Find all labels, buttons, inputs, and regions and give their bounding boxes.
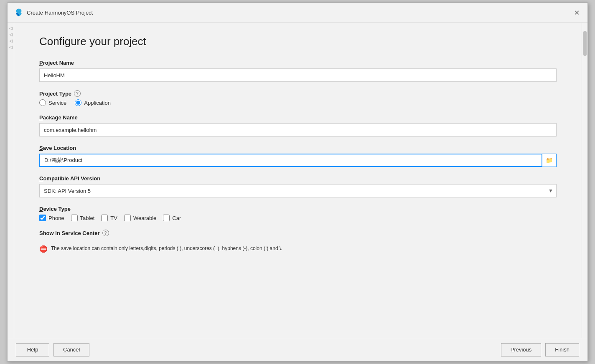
sidebar-icon-4: ◁ [9, 45, 13, 49]
package-name-group: Package Name [39, 114, 557, 136]
save-location-group: Save Location 📁 [39, 145, 557, 167]
tv-checkbox-label: TV [110, 215, 117, 221]
folder-icon: 📁 [546, 157, 553, 164]
content-area: ◁ ◁ ◁ ◁ Configure your project Project N… [8, 23, 587, 338]
footer-right-buttons: Previous Finish [501, 343, 579, 356]
save-location-input-row: 📁 [39, 154, 557, 167]
project-name-input[interactable] [39, 68, 557, 82]
title-bar-left: Create HarmonyOS Project [14, 8, 93, 17]
service-radio-input[interactable] [39, 99, 46, 106]
service-radio-label: Service [48, 100, 66, 106]
error-message: The save location can contain only lette… [51, 245, 282, 252]
title-bar: Create HarmonyOS Project ✕ [8, 3, 587, 23]
application-radio-label: Application [84, 100, 111, 106]
help-button[interactable]: Help [16, 343, 49, 356]
sidebar-icon-1: ◁ [9, 26, 13, 30]
checkbox-tv[interactable]: TV [101, 215, 117, 221]
project-type-radio-group: Service Application [39, 99, 557, 106]
car-checkbox-label: Car [172, 215, 181, 221]
footer-left-buttons: Help Cancel [16, 343, 89, 356]
service-center-help-icon[interactable]: ? [102, 230, 109, 236]
package-name-input[interactable] [39, 123, 557, 136]
close-button[interactable]: ✕ [572, 8, 581, 17]
tablet-checkbox-label: Tablet [80, 215, 95, 221]
api-version-select[interactable]: SDK: API Version 5 SDK: API Version 4 SD… [39, 184, 557, 197]
browse-folder-button[interactable]: 📁 [542, 154, 557, 167]
sidebar-decorations: ◁ ◁ ◁ ◁ [8, 23, 14, 49]
left-sidebar: ◁ ◁ ◁ ◁ [8, 23, 14, 338]
save-location-label: Save Location [39, 145, 557, 151]
device-type-checkbox-group: Phone Tablet TV Wearable [39, 215, 557, 221]
tv-checkbox-input[interactable] [101, 215, 108, 221]
error-row: ⛔ The save location can contain only let… [39, 245, 557, 253]
package-name-label: Package Name [39, 114, 557, 121]
main-content: Configure your project Project Name Proj… [14, 23, 582, 338]
project-type-group: Project Type ? Service Application [39, 90, 557, 106]
sidebar-icon-2: ◁ [9, 32, 13, 37]
wearable-checkbox-input[interactable] [124, 215, 131, 221]
application-radio-input[interactable] [75, 99, 81, 106]
scrollbar[interactable] [582, 23, 587, 338]
checkbox-tablet[interactable]: Tablet [71, 215, 95, 221]
checkbox-car[interactable]: Car [163, 215, 181, 221]
device-type-group: Device Type Phone Tablet TV [39, 206, 557, 221]
device-type-label: Device Type [39, 206, 557, 212]
wearable-checkbox-label: Wearable [133, 215, 156, 221]
footer: Help Cancel Previous Finish [8, 338, 587, 361]
checkbox-wearable[interactable]: Wearable [124, 215, 156, 221]
radio-application[interactable]: Application [75, 99, 111, 106]
finish-button[interactable]: Finish [545, 343, 579, 356]
phone-checkbox-label: Phone [48, 215, 64, 221]
create-project-dialog: Create HarmonyOS Project ✕ ◁ ◁ ◁ ◁ Confi… [7, 3, 588, 361]
scrollbar-thumb[interactable] [583, 31, 587, 56]
sidebar-icon-3: ◁ [9, 38, 13, 43]
previous-button[interactable]: Previous [501, 343, 542, 356]
harmonyos-logo-icon [14, 8, 23, 17]
phone-checkbox-input[interactable] [39, 215, 46, 221]
project-name-label: Project Name [39, 60, 557, 66]
save-location-input[interactable] [39, 154, 542, 167]
car-checkbox-input[interactable] [163, 215, 170, 221]
cancel-button[interactable]: Cancel [53, 343, 89, 356]
tablet-checkbox-input[interactable] [71, 215, 78, 221]
api-version-group: Compatible API Version SDK: API Version … [39, 175, 557, 197]
service-center-label: Show in Service Center ? [39, 230, 557, 236]
api-version-label: Compatible API Version [39, 175, 557, 182]
error-icon: ⛔ [39, 245, 48, 253]
service-center-group: Show in Service Center ? [39, 230, 557, 236]
project-type-help-icon[interactable]: ? [74, 90, 81, 97]
api-version-select-wrapper: SDK: API Version 5 SDK: API Version 4 SD… [39, 184, 557, 197]
checkbox-phone[interactable]: Phone [39, 215, 64, 221]
project-type-label: Project Type ? [39, 90, 557, 97]
window-title: Create HarmonyOS Project [27, 10, 93, 16]
radio-service[interactable]: Service [39, 99, 66, 106]
page-heading: Configure your project [39, 35, 557, 48]
project-name-group: Project Name [39, 60, 557, 82]
